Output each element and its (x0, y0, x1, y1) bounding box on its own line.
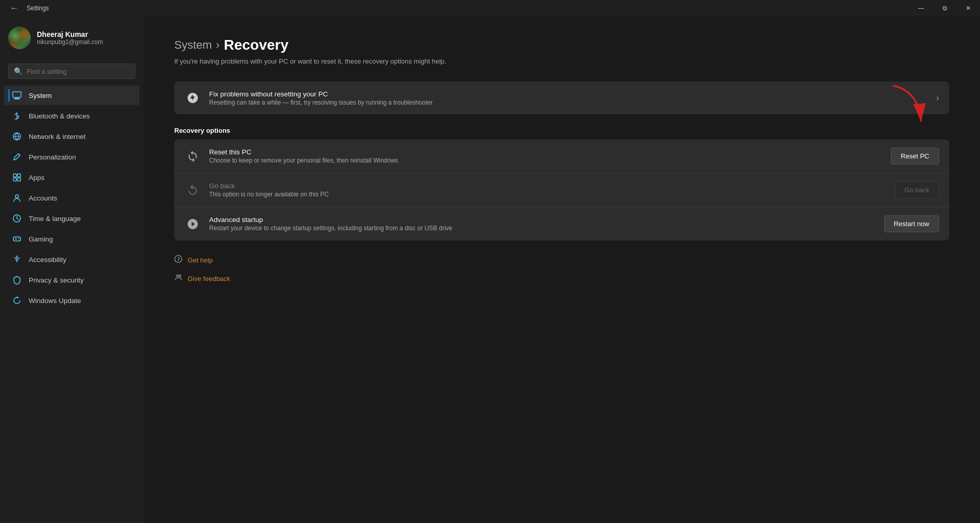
svg-rect-7 (13, 178, 16, 181)
fix-problems-item[interactable]: Fix problems without resetting your PC R… (174, 82, 949, 114)
nav-bluetooth[interactable]: Bluetooth & devices (4, 106, 139, 126)
give-feedback-item[interactable]: Give feedback (174, 269, 949, 288)
nav-network-label: Network & internet (29, 133, 86, 140)
go-back-text: Go back This option is no longer availab… (209, 182, 887, 198)
titlebar-left: ← Settings (6, 0, 49, 16)
advanced-startup-action: Restart now (884, 215, 939, 232)
go-back-desc: This option is no longer available on th… (209, 191, 887, 198)
give-feedback-icon (174, 273, 182, 284)
update-icon (12, 296, 22, 305)
fix-problems-desc: Resetting can take a while — first, try … (209, 99, 928, 106)
search-input[interactable] (27, 68, 130, 75)
search-box: 🔍 (8, 64, 135, 79)
nav-time[interactable]: Time & language (4, 209, 139, 228)
advanced-startup-icon (185, 216, 201, 232)
search-icon: 🔍 (14, 67, 23, 75)
breadcrumb-separator: › (216, 38, 219, 52)
give-feedback-link[interactable]: Give feedback (188, 275, 230, 283)
fix-problems-title: Fix problems without resetting your PC (209, 90, 928, 98)
svg-rect-8 (17, 178, 21, 181)
time-icon (12, 214, 22, 223)
nav-network[interactable]: Network & internet (4, 127, 139, 146)
go-back-icon (185, 182, 201, 198)
nav-system-label: System (29, 92, 52, 99)
page-subtitle: If you're having problems with your PC o… (174, 57, 949, 65)
close-button[interactable]: ✕ (956, 0, 980, 16)
avatar (8, 27, 31, 49)
nav-personalization-label: Personalization (29, 153, 76, 161)
svg-point-20 (179, 275, 181, 277)
chevron-right-icon: › (936, 93, 939, 103)
nav-system[interactable]: System (4, 86, 139, 105)
search-container: 🔍 (0, 59, 144, 83)
user-email: nikunpubg1@gmail.com (37, 38, 103, 46)
svg-point-16 (16, 256, 18, 257)
privacy-icon (12, 275, 22, 285)
apps-icon (12, 173, 22, 182)
svg-point-14 (18, 238, 19, 239)
breadcrumb-current: Recovery (224, 37, 289, 53)
titlebar-title: Settings (27, 5, 49, 12)
go-back-action: Go back (895, 182, 939, 198)
nav-accounts[interactable]: Accounts (4, 188, 139, 208)
get-help-item[interactable]: Get help (174, 251, 949, 269)
svg-point-19 (176, 275, 178, 277)
fix-problems-card: Fix problems without resetting your PC R… (174, 82, 949, 114)
links-section: Get help Give feedback (174, 251, 949, 288)
reset-pc-title: Reset this PC (209, 148, 883, 156)
page-header: System › Recovery (174, 37, 949, 53)
svg-point-18 (175, 255, 182, 263)
maximize-button[interactable]: ⧉ (933, 0, 956, 16)
personalization-icon (12, 152, 22, 162)
advanced-startup-desc: Restart your device to change startup se… (209, 225, 876, 232)
nav-personalization[interactable]: Personalization (4, 147, 139, 167)
restart-now-button[interactable]: Restart now (884, 215, 939, 232)
breadcrumb-parent[interactable]: System (174, 38, 212, 52)
minimize-button[interactable]: — (909, 0, 933, 16)
user-info: Dheeraj Kumar nikunpubg1@gmail.com (37, 30, 103, 46)
nav-update[interactable]: Windows Update (4, 291, 139, 310)
accounts-icon (12, 193, 22, 203)
main-content: System › Recovery If you're having probl… (144, 16, 980, 523)
reset-pc-action: Reset PC (891, 148, 939, 165)
svg-rect-6 (17, 174, 21, 177)
user-section[interactable]: Dheeraj Kumar nikunpubg1@gmail.com (0, 16, 144, 59)
app-body: Dheeraj Kumar nikunpubg1@gmail.com 🔍 Sys… (0, 16, 980, 523)
nav-privacy[interactable]: Privacy & security (4, 270, 139, 290)
get-help-link[interactable]: Get help (188, 256, 213, 264)
gaming-icon (12, 234, 22, 244)
back-button[interactable]: ← (6, 0, 23, 16)
titlebar: ← Settings — ⧉ ✕ (0, 0, 980, 16)
fix-problems-icon (185, 90, 201, 106)
nav-privacy-label: Privacy & security (29, 276, 84, 284)
svg-point-15 (18, 238, 19, 239)
nav-accessibility[interactable]: Accessibility (4, 250, 139, 269)
get-help-icon (174, 255, 182, 265)
fix-problems-action: › (936, 93, 939, 103)
svg-rect-5 (13, 174, 16, 177)
go-back-button: Go back (895, 182, 939, 198)
svg-rect-0 (13, 92, 21, 97)
network-icon (12, 132, 22, 141)
reset-pc-button[interactable]: Reset PC (891, 148, 939, 165)
system-icon (12, 91, 22, 100)
reset-pc-item: Reset this PC Choose to keep or remove y… (174, 139, 949, 173)
nav-apps[interactable]: Apps (4, 168, 139, 187)
reset-pc-icon (185, 148, 201, 165)
nav-time-label: Time & language (29, 215, 81, 223)
advanced-startup-item: Advanced startup Restart your device to … (174, 207, 949, 240)
nav-gaming[interactable]: Gaming (4, 229, 139, 249)
nav-accounts-label: Accounts (29, 194, 57, 202)
go-back-item: Go back This option is no longer availab… (174, 173, 949, 207)
svg-point-4 (19, 154, 20, 155)
nav-apps-label: Apps (29, 174, 45, 182)
recovery-options-card: Reset this PC Choose to keep or remove y… (174, 139, 949, 240)
user-name: Dheeraj Kumar (37, 30, 103, 38)
recovery-options-label: Recovery options (174, 127, 949, 134)
nav-accessibility-label: Accessibility (29, 256, 67, 264)
reset-pc-text: Reset this PC Choose to keep or remove y… (209, 148, 883, 164)
svg-point-9 (15, 195, 18, 198)
recovery-section-wrapper: Recovery options (174, 127, 949, 240)
fix-problems-text: Fix problems without resetting your PC R… (209, 90, 928, 106)
svg-rect-11 (13, 237, 21, 241)
